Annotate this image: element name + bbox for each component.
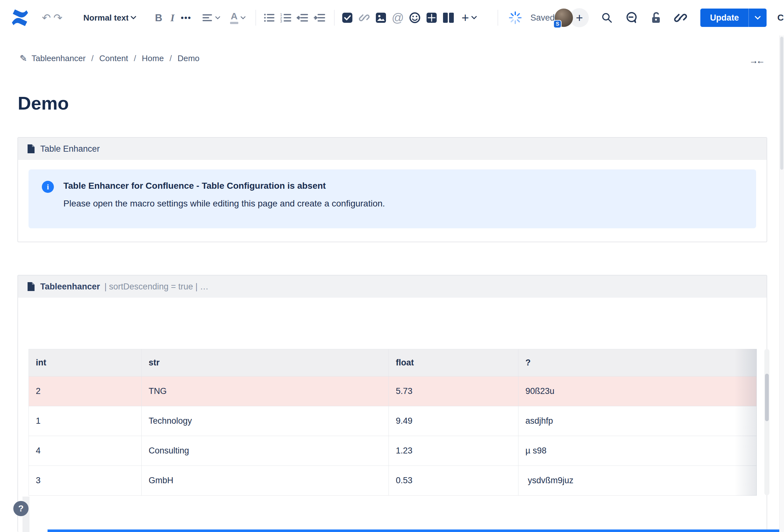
close-button[interactable]: Close (777, 13, 784, 23)
table-cell[interactable]: asdjhfp (519, 406, 757, 436)
table-cell[interactable]: 1.23 (389, 436, 519, 466)
mention-icon[interactable]: @ (392, 12, 404, 24)
table-body: 2TNG5.7390ß23u1Technology9.49asdjhfp4Con… (29, 377, 757, 496)
update-options-chevron[interactable] (749, 8, 766, 27)
macro-header[interactable]: Table Enhancer (18, 138, 766, 160)
update-button-label[interactable]: Update (700, 8, 749, 27)
info-icon: i (42, 181, 54, 193)
info-body: Please open the macro settings while edi… (63, 199, 385, 209)
table-row[interactable]: 4Consulting1.23µ s98 (29, 436, 757, 466)
table-cell[interactable]: 2 (29, 377, 142, 406)
comment-icon[interactable] (625, 11, 638, 24)
table-cell[interactable]: 4 (29, 436, 142, 466)
italic-button[interactable]: I (170, 12, 174, 24)
macro-name: Tableenhancer (40, 282, 100, 292)
table-zone: intstrfloat? 2TNG5.7390ß23u1Technology9.… (29, 349, 757, 496)
edit-pencil-icon: ✎ (20, 53, 27, 64)
insert-image-icon[interactable] (375, 12, 387, 24)
column-header[interactable]: str (142, 349, 389, 377)
table-cell[interactable]: 0.53 (389, 466, 519, 496)
avatar-status-badge: S (553, 20, 562, 28)
insert-plus-button[interactable]: + (461, 11, 469, 25)
chevron-down-icon[interactable] (240, 16, 246, 20)
info-title: Table Enhancer for Confluence - Table Co… (63, 181, 385, 191)
avatar[interactable]: S (555, 8, 573, 27)
column-header[interactable]: int (29, 349, 142, 377)
table-row[interactable]: 2TNG5.7390ß23u (29, 377, 757, 406)
text-style-label: Normal text (83, 13, 128, 23)
chevron-down-icon[interactable] (471, 16, 477, 20)
toolbar-divider (334, 10, 335, 26)
macro-body: i Table Enhancer for Confluence - Table … (18, 170, 766, 228)
more-formatting-button[interactable]: ••• (181, 13, 191, 23)
info-panel: i Table Enhancer for Confluence - Table … (29, 170, 756, 228)
text-color-button[interactable]: A (230, 11, 238, 24)
text-style-dropdown[interactable]: Normal text (83, 13, 137, 23)
task-checkbox-icon[interactable] (342, 12, 353, 24)
toolbar-divider (498, 10, 498, 26)
search-icon[interactable] (601, 12, 613, 24)
update-button[interactable]: Update (700, 8, 766, 27)
table-header-row: intstrfloat? (29, 349, 757, 377)
scrollbar-thumb[interactable] (765, 374, 769, 421)
table-cell[interactable]: 1 (29, 406, 142, 436)
table-cell[interactable]: Consulting (142, 436, 389, 466)
emoji-icon[interactable] (409, 12, 421, 24)
table-cell[interactable]: 3 (29, 466, 142, 496)
editor-toolbar: ↶ ↷ Normal text B I ••• A 123 (0, 0, 784, 35)
chevron-down-icon (215, 16, 221, 20)
document-icon (27, 282, 35, 292)
copy-link-icon[interactable] (674, 11, 687, 24)
breadcrumb-separator: / (134, 54, 136, 63)
collapse-width-icon[interactable]: →← (749, 56, 763, 66)
bottom-selection-bar (48, 529, 784, 532)
breadcrumb-item-content[interactable]: Content (99, 54, 128, 63)
breadcrumb-item-demo[interactable]: Demo (177, 54, 199, 63)
undo-icon[interactable]: ↶ (42, 12, 51, 23)
macro-tableenhancer[interactable]: Tableenhancer | sortDescending = true | … (18, 275, 767, 532)
enhancer-table[interactable]: intstrfloat? 2TNG5.7390ß23u1Technology9.… (29, 349, 757, 496)
table-cell[interactable]: 90ß23u (519, 377, 757, 406)
table-cell[interactable]: ysdvßm9juz (519, 466, 757, 496)
document-icon (27, 144, 35, 154)
bullet-list-icon[interactable] (264, 13, 275, 23)
table-cell[interactable]: 5.73 (389, 377, 519, 406)
column-header[interactable]: float (389, 349, 519, 377)
breadcrumb: ✎ Tableenhancer / Content / Home / Demo (20, 53, 204, 64)
breadcrumb-separator: / (170, 54, 172, 63)
table-row[interactable]: 3GmbH0.53 ysdvßm9juz (29, 466, 757, 496)
redo-icon[interactable]: ↷ (54, 12, 63, 23)
saving-spinner-icon (508, 11, 522, 25)
table-head: intstrfloat? (29, 349, 757, 377)
macro-table-enhancer[interactable]: Table Enhancer i Table Enhancer for Conf… (18, 137, 767, 242)
layout-columns-icon[interactable] (442, 12, 454, 24)
table-vertical-scrollbar[interactable] (764, 349, 769, 495)
macro-name: Table Enhancer (40, 144, 100, 154)
table-row[interactable]: 1Technology9.49asdjhfp (29, 406, 757, 436)
breadcrumb-item-home[interactable]: Home (142, 54, 164, 63)
table-cell[interactable]: Technology (142, 406, 389, 436)
page-scrollbar-thumb[interactable] (780, 37, 783, 170)
svg-text:3: 3 (280, 19, 282, 23)
table-cell[interactable]: 9.49 (389, 406, 519, 436)
table-cell[interactable]: µ s98 (519, 436, 757, 466)
table-cell[interactable]: TNG (142, 377, 389, 406)
page-scrollbar[interactable] (779, 35, 784, 532)
page-title[interactable]: Demo (18, 92, 69, 114)
confluence-logo-icon[interactable] (11, 8, 29, 27)
macro-params: | sortDescending = true | … (105, 282, 208, 292)
help-button[interactable]: ? (13, 501, 29, 516)
breadcrumb-item-space[interactable]: Tableenhancer (31, 54, 86, 63)
bold-button[interactable]: B (155, 12, 162, 24)
toolbar-divider (255, 10, 256, 26)
insert-table-icon[interactable] (426, 12, 437, 24)
indent-icon[interactable] (314, 13, 326, 23)
text-align-button[interactable] (202, 13, 221, 22)
table-cell[interactable]: GmbH (142, 466, 389, 496)
column-header[interactable]: ? (519, 349, 757, 377)
outdent-icon[interactable] (297, 13, 309, 23)
unlock-icon[interactable] (650, 11, 662, 24)
numbered-list-icon[interactable]: 123 (280, 13, 291, 23)
insert-link-icon[interactable] (358, 12, 370, 24)
macro-header[interactable]: Tableenhancer | sortDescending = true | … (18, 275, 766, 298)
